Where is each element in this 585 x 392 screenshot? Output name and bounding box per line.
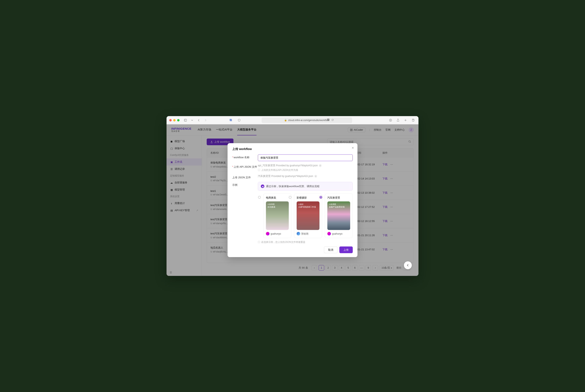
label-example: 示例 — [232, 182, 258, 244]
api-json-hint: ⓘ上传的文件将以API JSON文件为准 — [258, 168, 353, 172]
avatar-icon — [327, 232, 331, 236]
browser-titlebar: 䏊 🔒 cloud.infini-ai.com/genstudio/workfl… — [166, 116, 418, 124]
example-author: guahunyo — [327, 232, 350, 236]
url-text: cloud.infini-ai.com/genstudio/workflow — [288, 119, 330, 122]
api-json-file: api_汽车换背景 Provided by guahunyo*WaytoAGI.… — [258, 164, 353, 167]
translate-icon[interactable]: 䏊 — [227, 118, 235, 122]
workflow-name-input[interactable] — [258, 154, 353, 161]
info-icon: ⓘ — [258, 168, 260, 172]
example-banner: ◀ 通过示例，快速体验workflow托管、调用全流程 — [258, 182, 353, 191]
chevron-left-icon — [406, 264, 410, 267]
scroll-fab[interactable] — [404, 261, 412, 269]
window-controls — [169, 119, 180, 122]
sidebar-toggle-icon[interactable] — [183, 118, 188, 123]
example-author: 郭佑萌 — [297, 232, 320, 236]
example-thumb: AI摄影 儿童写真提速工作流 — [297, 202, 320, 230]
lock-icon: 🔒 — [284, 119, 287, 122]
download-icon[interactable] — [388, 118, 393, 123]
back-icon[interactable] — [196, 118, 202, 123]
info-icon: ⓘ — [258, 240, 260, 244]
avatar-icon — [266, 232, 270, 236]
minimize-window-icon[interactable] — [173, 119, 176, 122]
example-option-photo[interactable]: 影楼摄影 AI摄影 儿童写真提速工作流 郭佑萌 — [294, 194, 322, 238]
example-author: guahunyo — [266, 232, 289, 236]
reload-icon[interactable] — [331, 119, 334, 122]
maximize-window-icon[interactable] — [177, 119, 180, 122]
app-root: INFINIGENCE 无问芯穹 AI算力市场 一站式AI平台 大模型服务平台 … — [166, 124, 418, 276]
forward-icon[interactable] — [203, 118, 208, 123]
url-bar[interactable]: 🔒 cloud.infini-ai.com/genstudio/workflow… — [262, 118, 352, 123]
upload-modal: 上传 workflow ✕ *workflow 名称 *上传 API JSON … — [228, 143, 358, 257]
cancel-button[interactable]: 取消 — [324, 246, 338, 253]
label-name: *workflow 名称 — [232, 154, 258, 161]
share-icon[interactable] — [395, 118, 401, 123]
confirm-upload-button[interactable]: 上传 — [339, 246, 353, 253]
json-file: 汽车换背景 Provided by guahunyo*WaytoAGI.json… — [258, 174, 353, 178]
browser-window: 䏊 🔒 cloud.infini-ai.com/genstudio/workfl… — [166, 116, 418, 276]
radio-icon[interactable] — [320, 196, 322, 199]
megaphone-icon: ◀ — [261, 184, 264, 188]
example-thumb: AI效果图 全能产品效果绘制 — [327, 202, 350, 230]
radio-icon[interactable] — [258, 196, 261, 199]
close-window-icon[interactable] — [169, 119, 172, 122]
shield-icon[interactable] — [236, 118, 242, 123]
overwrite-hint: ⓘ若选择示例，您上传的JSON文件将被覆盖 — [258, 240, 353, 244]
example-option-ecom[interactable]: 电商换装 AI效果图 自动换装 guahunyo — [263, 194, 291, 238]
svg-rect-3 — [412, 120, 414, 121]
avatar-icon — [297, 232, 300, 236]
remove-file-icon[interactable]: ✕ — [314, 175, 317, 178]
svg-rect-0 — [184, 119, 186, 121]
new-tab-icon[interactable] — [403, 118, 408, 123]
reader-icon[interactable]: 🅰 — [327, 119, 329, 122]
close-icon[interactable]: ✕ — [352, 146, 354, 149]
remove-file-icon[interactable]: ✕ — [319, 164, 322, 167]
example-thumb: AI效果图 自动换装 — [266, 202, 289, 230]
chevron-down-icon[interactable] — [189, 118, 195, 123]
example-option-car[interactable]: 汽车换背景 AI效果图 全能产品效果绘制 guahunyo — [325, 194, 353, 238]
label-json: 上传 JSON 文件 — [232, 174, 258, 179]
radio-icon[interactable] — [289, 196, 292, 199]
label-api-json: *上传 API JSON 文件 — [232, 164, 258, 172]
modal-title: 上传 workflow — [232, 147, 353, 151]
tabs-icon[interactable] — [410, 118, 416, 123]
